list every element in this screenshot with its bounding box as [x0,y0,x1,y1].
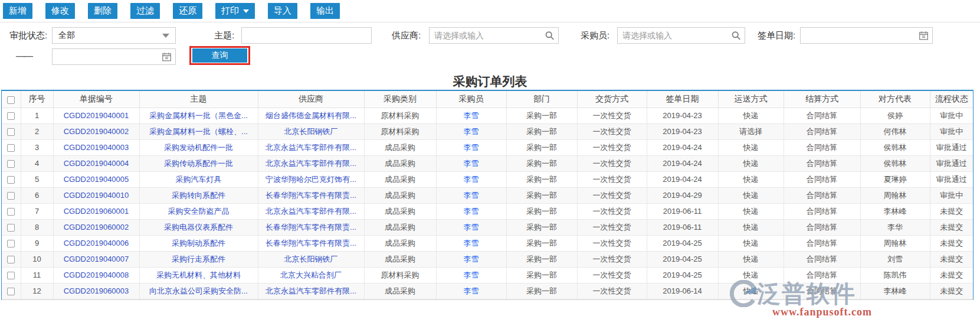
supplier-link[interactable]: 北京永益汽车零部件有限... [266,143,356,152]
order-code-link[interactable]: CGDD2019060002 [64,223,129,232]
subject-link[interactable]: 采购电器仪表系配件 [164,223,233,232]
category-cell: 原材料采购 [364,123,436,139]
order-code-link[interactable]: CGDD2019040005 [64,175,129,184]
subject-link[interactable]: 采购转向系配件 [172,191,225,200]
order-code-link[interactable]: CGDD2019040003 [64,143,129,152]
supplier-link[interactable]: 北京大兴粘合剂厂 [280,271,342,279]
supplier-link[interactable]: 北京永益汽车零部件有限... [266,286,356,295]
delivery-cell: 一次性交货 [577,155,647,171]
subject-link[interactable]: 采购制动系配件 [172,239,225,247]
supplier-link[interactable]: 长春华翔汽车零件有限责... [266,191,356,200]
buyer-link[interactable]: 李雪 [464,207,479,216]
subject-link[interactable]: 采购行走系配件 [172,255,225,263]
filter-button[interactable]: 过滤 [130,3,160,19]
buyer-link[interactable]: 李雪 [464,191,479,200]
supplier-link[interactable]: 北京永益汽车零部件有限... [266,159,356,168]
subject-link[interactable]: 采购无机材料、其他材料 [156,271,241,279]
shipping-cell: 快递 [718,235,784,251]
delivery-cell: 一次性交货 [577,171,647,187]
row-checkbox[interactable] [7,176,15,184]
status-cell: 审批通过 [930,171,973,187]
supplier-input[interactable] [430,28,558,43]
subject-link[interactable]: 采购汽车灯具 [176,175,222,184]
order-code-link[interactable]: CGDD2019060001 [64,207,129,216]
buyer-input[interactable] [618,28,745,43]
search-icon[interactable] [545,31,555,41]
search-icon[interactable] [731,31,741,41]
subject-link[interactable]: 采购发动机配件一批 [164,143,233,152]
row-checkbox[interactable] [7,160,15,168]
sign-date-end-input[interactable] [53,49,175,64]
row-checkbox[interactable] [7,240,15,247]
order-code-link[interactable]: CGDD2019040010 [64,191,129,200]
supplier-link[interactable]: 宁波华翔哈尔巴克灯饰有... [266,175,356,184]
row-checkbox[interactable] [7,208,15,216]
buyer-link[interactable]: 李雪 [464,143,479,152]
print-button[interactable]: 打印 [215,3,255,19]
table-header-row: 序号 单据编号 主题 供应商 采购类别 采购员 部门 交货方式 签单日期 运送方… [2,91,973,108]
row-checkbox[interactable] [7,112,15,120]
supplier-link[interactable]: 烟台盛伟德金属材料有限... [266,111,356,120]
row-checkbox[interactable] [7,288,15,295]
edit-button[interactable]: 修改 [45,3,75,19]
row-checkbox[interactable] [7,192,15,200]
settlement-cell: 合同结算 [784,108,860,123]
subject-link[interactable]: 向北京永益公司采购安全防... [149,286,248,295]
import-button[interactable]: 导入 [268,3,297,19]
order-code-link[interactable]: CGDD2019040008 [64,271,129,279]
buyer-link[interactable]: 李雪 [464,271,479,279]
row-checkbox[interactable] [7,144,15,152]
dept-cell: 采购一部 [506,267,577,283]
supplier-link[interactable]: 北京永益汽车零部件有限... [266,207,356,216]
delivery-cell: 一次性交货 [577,267,647,283]
buyer-label: 采购员: [581,27,609,44]
buyer-link[interactable]: 李雪 [464,111,479,120]
restore-button[interactable]: 还原 [173,3,202,19]
status-cell: 审批中 [930,108,973,123]
buyer-link[interactable]: 李雪 [464,286,479,295]
order-code-link[interactable]: CGDD2019060003 [64,286,129,295]
order-code-link[interactable]: CGDD2019040006 [64,239,129,247]
calendar-icon[interactable] [162,52,172,62]
buyer-link[interactable]: 李雪 [464,159,479,168]
order-code-link[interactable]: CGDD2019040004 [64,159,129,168]
supplier-link[interactable]: 北京长阳钢铁厂 [284,127,338,136]
row-checkbox[interactable] [7,224,15,232]
category-cell: 成品采购 [364,155,436,171]
row-checkbox[interactable] [7,256,15,263]
subject-link[interactable]: 采购安全防盗产品 [168,207,230,216]
select-all-checkbox[interactable] [7,96,15,104]
order-code-cell: CGDD2019060002 [53,219,139,235]
dept-cell: 采购一部 [506,139,577,155]
order-code-link[interactable]: CGDD2019040007 [64,255,129,263]
buyer-link[interactable]: 李雪 [464,239,479,247]
calendar-icon[interactable] [919,31,929,41]
delete-button[interactable]: 删除 [88,3,117,19]
row-checkbox[interactable] [7,272,15,279]
row-checkbox[interactable] [7,128,15,136]
subject-input[interactable] [242,28,371,43]
buyer-link[interactable]: 李雪 [464,127,479,136]
sign-date-start-input[interactable] [801,28,932,43]
dept-cell: 采购一部 [506,123,577,139]
query-button[interactable]: 查询 [192,48,247,63]
subject-link[interactable]: 采购传动系配件一批 [164,159,233,168]
chevron-down-icon [162,34,169,38]
export-button[interactable]: 输出 [310,3,340,19]
subject-link[interactable]: 采购金属材料一批（黑色金... [149,111,248,120]
approval-status-select[interactable]: 全部 [52,27,176,44]
col-header-dept: 部门 [506,91,577,108]
subject-cell: 采购汽车灯具 [139,171,258,187]
buyer-cell: 李雪 [436,251,506,267]
supplier-link[interactable]: 长春华翔汽车零件有限责... [266,223,356,232]
add-button[interactable]: 新增 [3,3,32,19]
supplier-link[interactable]: 长春华翔汽车零件有限责... [266,239,356,247]
buyer-link[interactable]: 李雪 [464,255,479,263]
order-code-link[interactable]: CGDD2019040002 [64,127,129,136]
order-code-link[interactable]: CGDD2019040001 [64,111,129,120]
supplier-link[interactable]: 北京长阳钢铁厂 [284,255,338,263]
buyer-link[interactable]: 李雪 [464,175,479,184]
shipping-cell: 快递 [718,139,784,155]
buyer-link[interactable]: 李雪 [464,223,479,232]
subject-link[interactable]: 采购金属材料一批（螺栓、... [149,127,248,136]
